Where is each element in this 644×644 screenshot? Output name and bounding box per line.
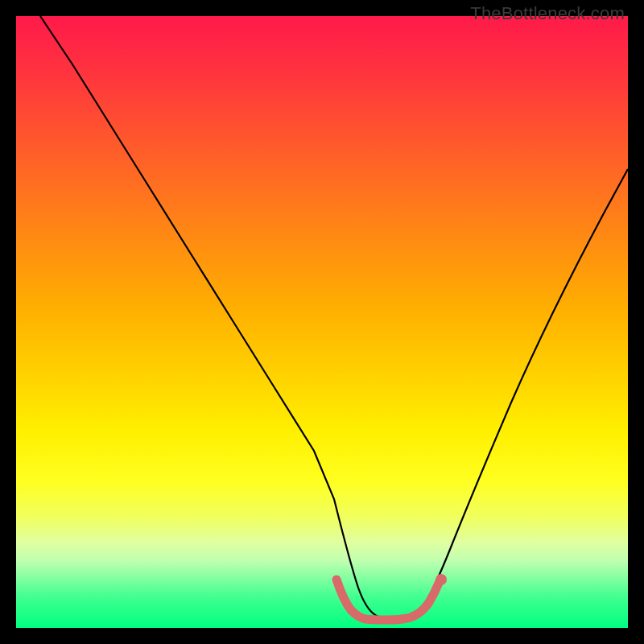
chart-container: TheBottleneck.com bbox=[0, 0, 644, 644]
bottleneck-curve bbox=[40, 16, 628, 619]
watermark-text: TheBottleneck.com bbox=[470, 3, 625, 24]
flat-region-segment bbox=[336, 580, 440, 620]
flat-region-end-dot bbox=[436, 574, 447, 585]
chart-overlay bbox=[16, 16, 628, 628]
